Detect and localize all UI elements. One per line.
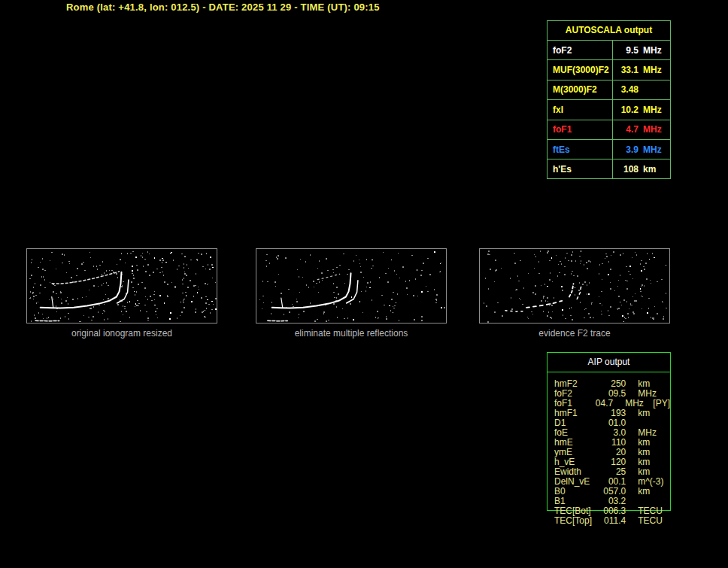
parameter-value: 3.48	[613, 84, 670, 95]
aip-table: AIP output hmF2250kmfoF209.5MHzfoF104.7M…	[547, 352, 671, 511]
autoscala-table: AUTOSCALA output foF29.5MHzMUF(3000)F233…	[547, 20, 671, 179]
page-title: Rome (lat: +41.8, lon: 012.5) - DATE: 20…	[66, 2, 380, 13]
parameter-label: h'Es	[548, 159, 613, 178]
parameter-label: TEC[Top]	[548, 516, 599, 526]
aip-table-title: AIP output	[548, 353, 670, 372]
parameter-unit: km	[638, 487, 670, 497]
parameter-unit: TECU	[638, 516, 670, 526]
autoscala-row-foF1: foF14.7MHz	[548, 120, 670, 140]
parameter-value: 33.1MHz	[613, 65, 670, 75]
autoscala-row-fxI: fxI10.2MHz	[548, 100, 670, 120]
parameter-value: 4.7MHz	[613, 124, 670, 135]
parameter-value: 10.2MHz	[613, 105, 670, 115]
autoscala-table-title: AUTOSCALA output	[548, 21, 670, 41]
thumbnail-original-ionogram	[26, 248, 217, 323]
autoscala-row-h'Es: h'Es108km	[548, 159, 670, 178]
autoscala-screen: Rome (lat: +41.8, lon: 012.5) - DATE: 20…	[0, 0, 728, 568]
parameter-value: 9.5MHz	[613, 45, 670, 56]
parameter-value: 3.9MHz	[613, 144, 670, 155]
autoscala-table-rows: foF29.5MHzMUF(3000)F233.1MHzM(3000)F23.4…	[548, 41, 670, 179]
parameter-label: fxI	[548, 100, 613, 119]
thumbnail-caption-clean: eliminate multiple reflections	[256, 328, 447, 339]
thumbnail-f2-plot	[480, 249, 669, 323]
parameter-value: 011.4	[599, 516, 626, 526]
thumbnail-eliminate-reflections	[256, 248, 447, 323]
thumbnail-original-plot	[27, 249, 217, 323]
autoscala-row-foF2: foF29.5MHz	[548, 41, 670, 60]
parameter-label: foF1	[548, 120, 613, 139]
thumbnail-evidence-f2	[479, 248, 670, 323]
thumbnail-clean-plot	[256, 249, 446, 323]
parameter-value: 108km	[613, 164, 670, 175]
parameter-flag: [PY]	[653, 399, 670, 409]
autoscala-row-M(3000)F2: M(3000)F23.48	[548, 80, 670, 100]
autoscala-row-MUF(3000)F2: MUF(3000)F233.1MHz	[548, 60, 670, 80]
parameter-label: ftEs	[548, 140, 613, 159]
parameter-value: 04.7	[591, 399, 613, 409]
aip-row-TEC[Top]: TEC[Top]011.4TECU	[548, 516, 670, 526]
parameter-label: M(3000)F2	[548, 80, 613, 99]
parameter-label: MUF(3000)F2	[548, 60, 613, 79]
thumbnail-caption-original: original ionogram resized	[26, 328, 217, 339]
thumbnail-caption-f2: evidence F2 trace	[479, 328, 670, 339]
parameter-unit: km	[638, 409, 670, 418]
aip-table-rows: hmF2250kmfoF209.5MHzfoF104.7MHz[PY]hmF11…	[548, 372, 670, 526]
top-ionogram	[0, 14, 549, 238]
parameter-label: foF2	[548, 41, 613, 59]
bottom-ionogram	[0, 346, 549, 568]
autoscala-row-ftEs: ftEs3.9MHz	[548, 140, 670, 159]
